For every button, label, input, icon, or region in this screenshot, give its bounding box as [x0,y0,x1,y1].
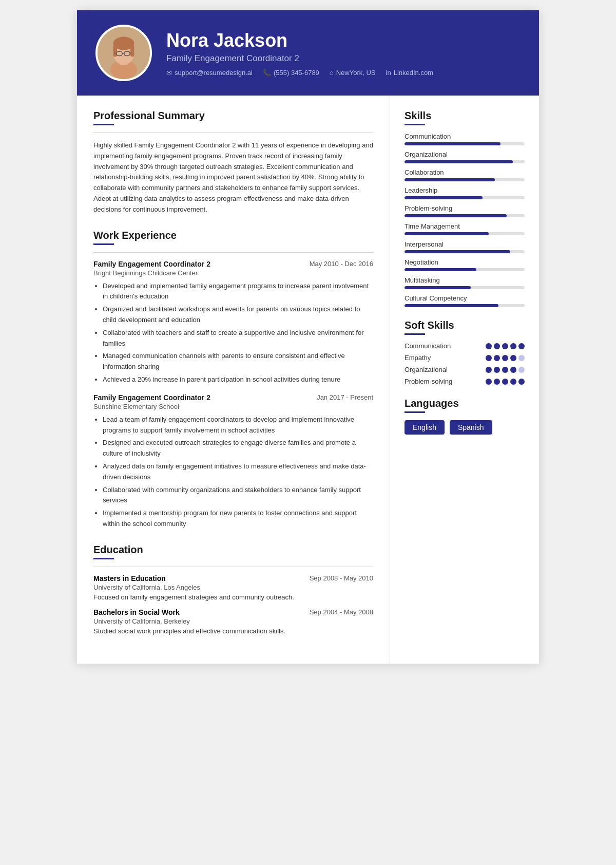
job-company: Bright Beginnings Childcare Center [93,269,373,277]
languages-section: Languages EnglishSpanish [405,398,525,435]
header-name: Nora Jackson [166,30,521,51]
dot-filled [518,379,525,385]
skill-bar-fill [405,286,471,289]
linkedin-icon: in [386,69,391,77]
email-value: support@resumedesign.ai [175,69,253,77]
bullet-item: Collaborated with community organization… [103,485,373,506]
soft-skills-title: Soft Skills [405,319,525,331]
education-item-0: Masters in Education Sep 2008 - May 2010… [93,574,373,601]
skill-item-0: Communication [405,133,525,145]
linkedin-contact: in LinkedIn.com [386,69,433,77]
skill-bar-fill [405,160,513,163]
education-section: Education Masters in Education Sep 2008 … [93,544,373,635]
avatar [95,25,152,81]
skill-bar-bg [405,160,525,163]
edu-degree: Bachelors in Social Work [93,608,180,616]
skill-bar-fill [405,142,500,145]
dot-filled [518,343,525,349]
summary-divider [93,124,114,125]
svg-rect-5 [113,45,117,57]
phone-value: (555) 345-6789 [274,69,319,77]
skill-bar-fill [405,214,507,217]
skill-bar-fill [405,304,498,307]
svg-line-11 [130,53,131,53]
job-title: Family Engagement Coordinator 2 [93,393,210,402]
skill-name: Organizational [405,151,525,158]
dot-filled [502,343,508,349]
experience-divider [93,243,114,245]
skill-name: Collaboration [405,168,525,176]
dot-filled [494,379,500,385]
dot-filled [494,355,500,361]
bullet-item: Implemented a mentorship program for new… [103,508,373,530]
skill-name: Time Management [405,222,525,230]
bullet-item: Managed communication channels with pare… [103,351,373,372]
languages-divider [405,411,425,413]
languages-container: EnglishSpanish [405,420,525,435]
summary-text: Highly skilled Family Engagement Coordin… [93,140,373,215]
skill-item-5: Time Management [405,222,525,235]
language-tag-english: English [405,420,445,435]
skill-name: Cultural Competency [405,294,525,302]
language-tag-spanish: Spanish [450,420,492,435]
svg-line-10 [114,53,116,53]
skill-bar-fill [405,250,510,253]
email-icon: ✉ [166,69,172,77]
bullet-item: Collaborated with teachers and staff to … [103,328,373,349]
education-hr [93,567,373,567]
edu-description: Focused on family engagement strategies … [93,593,373,601]
location-value: NewYork, US [336,69,376,77]
header-contacts: ✉ support@resumedesign.ai 📞 (555) 345-67… [166,69,521,77]
skill-item-1: Organizational [405,151,525,163]
bullet-item: Designed and executed outreach strategie… [103,438,373,459]
bullet-item: Lead a team of family engagement coordin… [103,415,373,436]
skills-container: Communication Organizational Collaborati… [405,133,525,307]
dots-container [486,367,525,373]
skill-bar-bg [405,286,525,289]
job-bullets: Developed and implemented family engagem… [93,281,373,385]
phone-icon: 📞 [263,69,271,77]
dots-container [486,343,525,349]
left-column: Professional Summary Highly skilled Fami… [77,96,390,664]
header-info: Nora Jackson Family Engagement Coordinat… [166,30,521,77]
dot-filled [486,355,492,361]
job-company: Sunshine Elementary School [93,403,373,410]
skill-bar-fill [405,232,489,235]
skill-name: Leadership [405,186,525,194]
dot-filled [494,367,500,373]
soft-skills-section: Soft Skills Communication Empathy Organi… [405,319,525,385]
dots-container [486,379,525,385]
dot-filled [486,379,492,385]
dot-filled [494,343,500,349]
soft-skill-name: Problem-solving [405,378,452,385]
linkedin-value: LinkedIn.com [394,69,433,77]
edu-degree: Masters in Education [93,574,166,582]
soft-skill-name: Empathy [405,354,431,362]
location-icon: ⌂ [330,69,334,77]
phone-contact: 📞 (555) 345-6789 [263,69,319,77]
skill-bar-bg [405,232,525,235]
experience-hr [93,252,373,253]
dot-filled [510,379,516,385]
edu-header: Masters in Education Sep 2008 - May 2010 [93,574,373,582]
soft-skill-item-3: Problem-solving [405,378,525,385]
edu-school: University of California, Berkeley [93,617,373,625]
soft-skill-item-2: Organizational [405,366,525,373]
bullet-item: Analyzed data on family engagement initi… [103,461,373,483]
education-item-1: Bachelors in Social Work Sep 2004 - May … [93,608,373,635]
job-dates: Jan 2017 - Present [317,393,373,401]
dot-filled [510,367,516,373]
soft-skills-divider [405,333,425,335]
dot-filled [510,343,516,349]
dot-filled [486,367,492,373]
education-divider [93,558,114,559]
edu-dates: Sep 2004 - May 2008 [310,608,373,616]
summary-section: Professional Summary Highly skilled Fami… [93,110,373,215]
skill-bar-bg [405,142,525,145]
skill-item-4: Problem-solving [405,204,525,217]
skill-item-6: Interpersonal [405,240,525,253]
edu-school: University of California, Los Angeles [93,584,373,591]
dot-filled [510,355,516,361]
skill-name: Negotiation [405,258,525,266]
skill-bar-bg [405,196,525,199]
